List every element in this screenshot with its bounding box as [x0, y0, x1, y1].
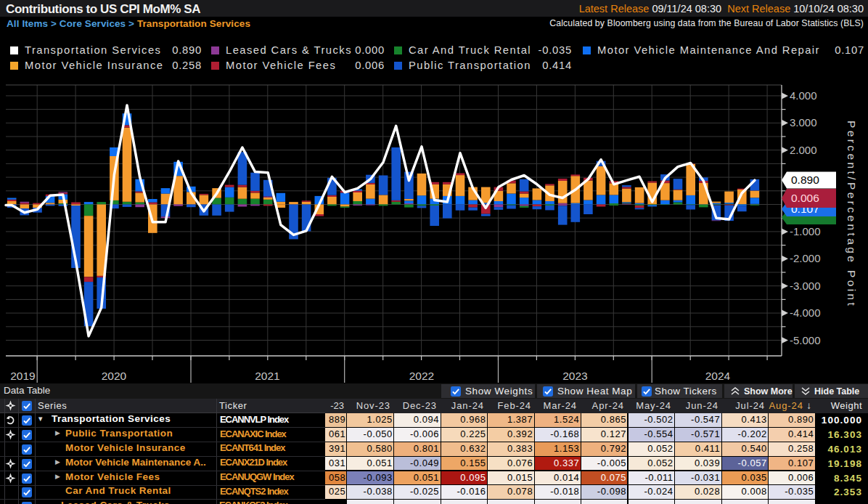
svg-text:2021: 2021 [255, 370, 279, 382]
svg-text:2019: 2019 [10, 370, 35, 382]
svg-text:2024: 2024 [705, 370, 731, 382]
svg-text:3.000: 3.000 [790, 116, 817, 129]
svg-text:0.006: 0.006 [791, 192, 819, 204]
svg-text:4.000: 4.000 [790, 89, 817, 102]
svg-text:0.890: 0.890 [791, 174, 819, 186]
svg-text:2.000: 2.000 [790, 144, 817, 156]
svg-text:-3.000: -3.000 [790, 280, 821, 292]
svg-text:-2.000: -2.000 [790, 252, 821, 264]
svg-text:-1.000: -1.000 [790, 225, 821, 237]
svg-text:2023: 2023 [562, 370, 587, 382]
svg-text:2020: 2020 [102, 370, 127, 382]
svg-text:-5.000: -5.000 [790, 334, 821, 346]
svg-text:2022: 2022 [409, 370, 434, 382]
svg-text:-4.000: -4.000 [790, 306, 821, 319]
